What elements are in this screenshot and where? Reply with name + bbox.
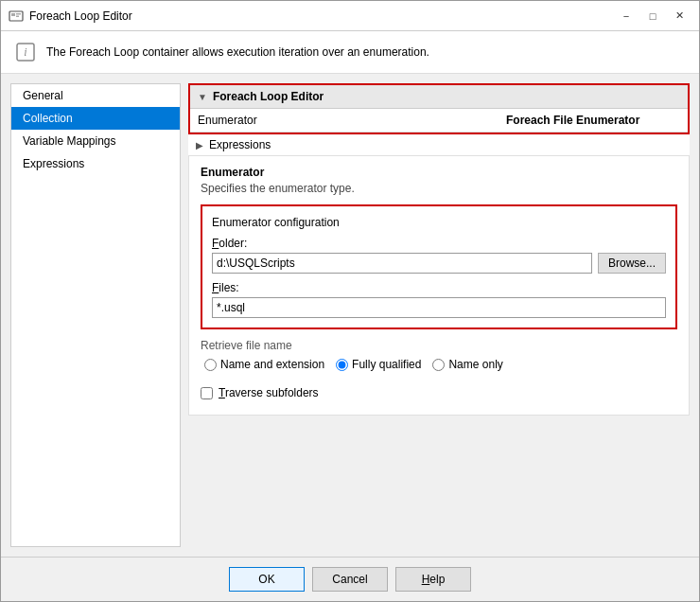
radio-name-and-extension[interactable]: Name and extension [204,358,324,371]
enumerator-label: Enumerator [190,109,499,132]
sidebar-item-general[interactable]: General [11,84,180,107]
window-title: Foreach Loop Editor [29,9,614,23]
expressions-row[interactable]: ▶ Expressions [188,134,690,156]
info-icon: i [14,41,37,63]
folder-input[interactable] [212,253,592,274]
svg-text:i: i [24,45,26,59]
sidebar-item-variable-mappings[interactable]: Variable Mappings [11,130,180,152]
files-label: Files: [212,281,666,294]
info-text: The Foreach Loop container allows execut… [46,45,429,59]
traverse-checkbox[interactable] [201,387,213,399]
sidebar: General Collection Variable Mappings Exp… [10,83,181,547]
traverse-row: Traverse subfolders [201,381,677,405]
enumerator-section-desc: Specifies the enumerator type. [201,182,677,195]
browse-button[interactable]: Browse... [598,253,666,274]
radio-name-and-extension-label: Name and extension [220,358,324,371]
sidebar-item-collection[interactable]: Collection [11,107,180,130]
expand-arrow-icon: ▶ [196,140,203,150]
radio-name-only-label: Name only [448,358,502,371]
main-content: General Collection Variable Mappings Exp… [1,74,699,557]
editor-header-title: ▼ Foreach Loop Editor [190,85,688,109]
window-icon [9,9,24,24]
expressions-label: Expressions [209,138,271,151]
close-button[interactable]: ✕ [667,7,691,26]
right-panel: ▼ Foreach Loop Editor Enumerator Foreach… [188,83,690,547]
editor-header: ▼ Foreach Loop Editor Enumerator Foreach… [188,83,690,134]
radio-name-only[interactable]: Name only [432,358,502,371]
svg-rect-2 [16,13,21,15]
config-title: Enumerator configuration [212,216,666,229]
maximize-button[interactable]: □ [640,7,665,26]
foreach-loop-editor-window: Foreach Loop Editor − □ ✕ i The Foreach … [0,0,700,602]
bottom-bar: OK Cancel Help [1,557,699,601]
folder-row: Browse... [212,253,666,274]
radio-group: Name and extension Fully qualified Name … [201,358,677,371]
folder-label: Folder: [212,237,666,250]
radio-fully-qualified-label: Fully qualified [352,358,421,371]
retrieve-title: Retrieve file name [201,339,677,352]
collapse-arrow-icon: ▼ [198,92,207,102]
radio-fully-qualified-input[interactable] [336,359,348,371]
enumerator-section: Enumerator Specifies the enumerator type… [188,156,690,416]
files-input[interactable] [212,297,666,318]
svg-rect-3 [16,15,19,17]
sidebar-item-expressions[interactable]: Expressions [11,152,180,175]
title-bar: Foreach Loop Editor − □ ✕ [1,1,699,31]
traverse-label[interactable]: Traverse subfolders [219,386,319,399]
radio-fully-qualified[interactable]: Fully qualified [336,358,421,371]
minimize-button[interactable]: − [614,7,639,26]
enumerator-row: Enumerator Foreach File Enumerator [190,109,688,133]
info-bar: i The Foreach Loop container allows exec… [1,31,699,74]
svg-rect-1 [11,13,15,16]
retrieve-section: Retrieve file name Name and extension Fu… [201,339,677,371]
ok-button[interactable]: OK [229,567,305,592]
config-box: Enumerator configuration Folder: Browse.… [201,204,677,329]
editor-title-label: Foreach Loop Editor [213,90,324,103]
cancel-button[interactable]: Cancel [312,567,388,592]
enumerator-section-title: Enumerator [201,166,677,179]
help-button[interactable]: Help [395,567,471,592]
enumerator-value: Foreach File Enumerator [499,109,688,132]
radio-name-and-extension-input[interactable] [204,359,217,371]
radio-name-only-input[interactable] [432,359,445,371]
window-controls: − □ ✕ [614,7,691,26]
